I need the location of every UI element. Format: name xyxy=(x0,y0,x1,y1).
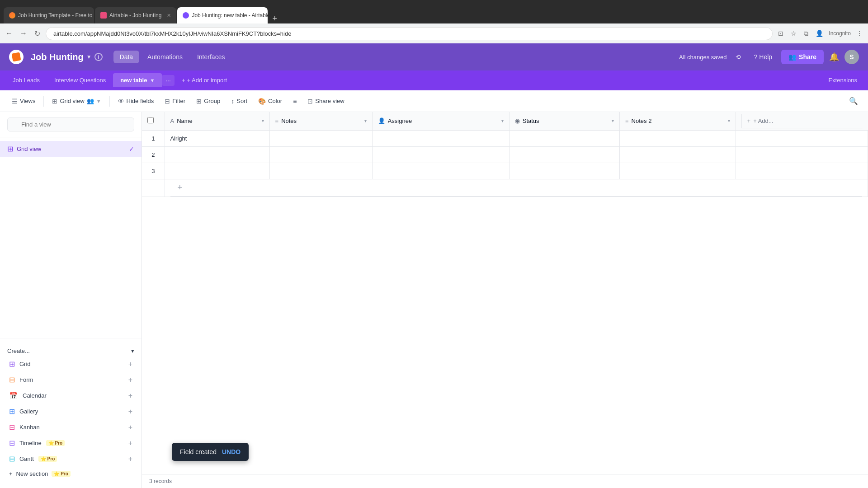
column-header-notes[interactable]: ≡ Notes ▾ xyxy=(269,112,372,130)
tab-new-table[interactable]: new table ▼ xyxy=(113,73,162,87)
cell-name-1[interactable]: Alright xyxy=(165,130,269,146)
add-field-button[interactable]: + + Add... xyxy=(741,114,863,128)
create-gantt-plus[interactable]: + xyxy=(128,455,132,463)
cell-assignee-3[interactable] xyxy=(372,163,509,179)
undo-button[interactable]: UNDO xyxy=(222,448,241,455)
browser-tab-2[interactable]: Airtable - Job Hunting ✕ xyxy=(95,7,176,23)
create-gantt-icon: ⊟ xyxy=(9,455,15,463)
app-title[interactable]: Job Hunting ▼ i xyxy=(31,52,103,62)
url-bar[interactable] xyxy=(46,27,773,40)
cast-icon[interactable]: ⊡ xyxy=(776,28,785,39)
new-section-item[interactable]: + New section ⭐ Pro xyxy=(7,467,134,481)
user-avatar[interactable]: S xyxy=(844,50,859,64)
cell-name-2[interactable] xyxy=(165,146,269,163)
tab-job-leads[interactable]: Job Leads xyxy=(5,73,47,87)
app-info-icon[interactable]: i xyxy=(94,53,103,61)
sidebar-item-grid-view[interactable]: ⊞ Grid view ✓ xyxy=(0,141,142,157)
cell-name-3[interactable] xyxy=(165,163,269,179)
cell-status-3[interactable] xyxy=(509,163,619,179)
create-form-item[interactable]: ⊟ Form + xyxy=(7,372,134,388)
nav-item-interfaces[interactable]: Interfaces xyxy=(191,51,231,63)
add-row-cell[interactable]: + xyxy=(165,179,868,197)
extensions-button[interactable]: Extensions xyxy=(823,74,863,86)
create-calendar-item[interactable]: 📅 Calendar + xyxy=(7,388,134,404)
column-header-name[interactable]: A Name ▾ xyxy=(165,112,269,130)
cell-status-1[interactable] xyxy=(509,130,619,146)
bookmark-icon[interactable]: ☆ xyxy=(789,28,798,39)
grid-view-chevron[interactable]: ▼ xyxy=(96,99,101,104)
create-gantt-item[interactable]: ⊟ Gantt ⭐ Pro + xyxy=(7,451,134,467)
row-height-button[interactable]: ≡ xyxy=(288,95,301,108)
create-gallery-plus[interactable]: + xyxy=(128,408,132,416)
status-sort-icon[interactable]: ▾ xyxy=(612,118,614,123)
create-calendar-plus[interactable]: + xyxy=(128,392,132,400)
row-num-3: 3 xyxy=(142,163,165,179)
nav-item-automations[interactable]: Automations xyxy=(141,51,189,63)
filter-button[interactable]: ⊟ Filter xyxy=(160,95,190,108)
group-button[interactable]: ⊞ Group xyxy=(192,95,225,108)
nav-item-data[interactable]: Data xyxy=(113,51,140,63)
select-all-checkbox[interactable] xyxy=(147,117,154,123)
add-row-button[interactable]: + xyxy=(170,179,863,197)
new-tab-button[interactable]: + xyxy=(269,14,281,23)
create-timeline-item[interactable]: ⊟ Timeline ⭐ Pro + xyxy=(7,435,134,451)
cell-notes-2[interactable] xyxy=(269,146,372,163)
tab-interview-questions[interactable]: Interview Questions xyxy=(47,73,113,87)
cell-notes2-3[interactable] xyxy=(619,163,736,179)
profile-icon[interactable]: 👤 xyxy=(814,28,825,39)
color-button[interactable]: 🎨 Color xyxy=(254,95,287,108)
cell-assignee-1[interactable] xyxy=(372,130,509,146)
create-grid-label: Grid xyxy=(19,361,31,367)
cell-notes-3[interactable] xyxy=(269,163,372,179)
share-view-button[interactable]: ⊡ Share view xyxy=(303,95,349,108)
create-header[interactable]: Create... ▾ xyxy=(7,346,134,356)
back-button[interactable]: ← xyxy=(4,28,14,39)
more-tabs-button[interactable]: ··· xyxy=(162,75,175,86)
create-kanban-plus[interactable]: + xyxy=(128,423,132,432)
name-sort-icon[interactable]: ▾ xyxy=(262,118,264,123)
cell-notes-1[interactable] xyxy=(269,130,372,146)
forward-button[interactable]: → xyxy=(18,28,29,39)
hide-fields-button[interactable]: 👁 Hide fields xyxy=(113,95,159,108)
extensions-icon[interactable]: ⧉ xyxy=(802,28,810,39)
create-gallery-item[interactable]: ⊞ Gallery + xyxy=(7,404,134,419)
help-icon: ? xyxy=(754,53,757,61)
header-right: All changes saved ⟲ ? Help 👥 Share 🔔 S xyxy=(679,50,859,64)
cell-notes2-2[interactable] xyxy=(619,146,736,163)
tab-dropdown-icon[interactable]: ▼ xyxy=(150,78,155,83)
notes2-column-label: Notes 2 xyxy=(632,117,652,124)
cell-assignee-2[interactable] xyxy=(372,146,509,163)
tab-close-2[interactable]: ✕ xyxy=(167,13,171,19)
column-header-status[interactable]: ◉ Status ▾ xyxy=(509,112,619,130)
help-button[interactable]: ? Help xyxy=(750,52,776,62)
cell-status-2[interactable] xyxy=(509,146,619,163)
notes2-sort-icon[interactable]: ▾ xyxy=(728,118,730,123)
assignee-sort-icon[interactable]: ▾ xyxy=(501,118,504,123)
cell-notes2-1[interactable] xyxy=(619,130,736,146)
create-kanban-item[interactable]: ⊟ Kanban + xyxy=(7,419,134,435)
browser-tab-3[interactable]: Job Hunting: new table - Airtable ✕ xyxy=(177,7,268,23)
search-button[interactable]: 🔍 xyxy=(846,94,861,108)
views-button[interactable]: ☰ Views xyxy=(7,95,40,108)
table-row: 1 Alright xyxy=(142,130,868,146)
create-grid-plus[interactable]: + xyxy=(128,360,132,368)
column-header-assignee[interactable]: 👤 Assignee ▾ xyxy=(372,112,509,130)
notes-field-icon: ≡ xyxy=(275,117,279,124)
sidebar-search-input[interactable] xyxy=(7,117,134,131)
menu-icon[interactable]: ⋮ xyxy=(854,28,864,39)
notifications-button[interactable]: 🔔 xyxy=(829,52,839,62)
grid-view-button[interactable]: ⊞ Grid view 👥 ▼ xyxy=(47,95,105,108)
add-field-header[interactable]: + + Add... xyxy=(736,112,868,130)
history-button[interactable]: ⟲ xyxy=(732,52,745,62)
create-timeline-plus[interactable]: + xyxy=(128,439,132,447)
column-header-notes2[interactable]: ≡ Notes 2 ▾ xyxy=(619,112,736,130)
sort-button[interactable]: ↕ Sort xyxy=(226,95,252,108)
browser-tab-1[interactable]: Job Hunting Template - Free to ... ✕ xyxy=(4,7,94,23)
share-button[interactable]: 👥 Share xyxy=(781,50,824,64)
tab-favicon-1 xyxy=(9,12,15,19)
notes-sort-icon[interactable]: ▾ xyxy=(364,118,367,123)
reload-button[interactable]: ↻ xyxy=(33,28,42,40)
create-grid-item[interactable]: ⊞ Grid + xyxy=(7,356,134,372)
add-table-button[interactable]: + + Add or import xyxy=(176,74,232,86)
create-form-plus[interactable]: + xyxy=(128,376,132,384)
